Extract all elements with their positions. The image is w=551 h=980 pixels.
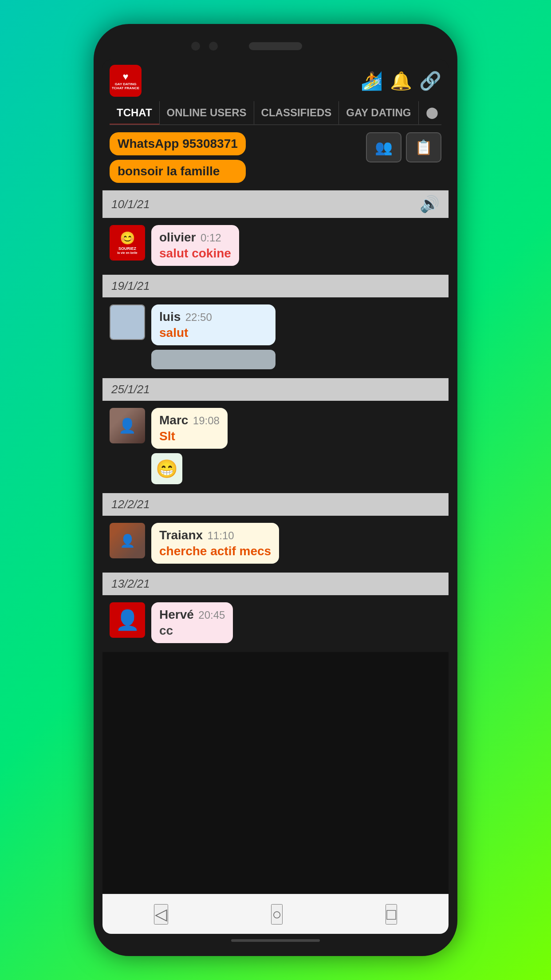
herve-avatar-bg: 👤 xyxy=(110,602,145,638)
date-separator-1: 10/1/21 🔊 xyxy=(102,190,449,218)
bubble-marc: Marc 19:08 Slt xyxy=(151,408,228,449)
bubble-traianx: Traianx 11:10 cherche actif mecs xyxy=(151,523,279,564)
tab-online-users[interactable]: ONLINE USERS xyxy=(160,101,254,124)
back-button[interactable]: ◁ xyxy=(154,904,168,925)
home-indicator xyxy=(231,939,320,942)
username-herve[interactable]: Hervé xyxy=(159,608,194,621)
tab-gay-dating[interactable]: GAY DATING xyxy=(339,101,418,124)
app-header-top: ♥ GAY DATING TCHAT FRANCE 🏄 🔔 🔗 xyxy=(110,65,441,97)
announcement-messages: WhatsApp 95308371 bonsoir la famille xyxy=(110,132,246,183)
phone-bottom-bar xyxy=(102,934,449,947)
emoji-marc: 😁 xyxy=(151,453,182,484)
avatar-luis[interactable] xyxy=(110,304,145,340)
message-block-olivier: 😊 SOURIEZ la vie en belle olivier 0:12 s… xyxy=(102,218,449,275)
time-luis: 22:50 xyxy=(185,311,212,323)
avatar-herve[interactable]: 👤 xyxy=(110,602,145,638)
souriez-label: SOURIEZ xyxy=(118,246,136,251)
herve-avatar-icon: 👤 xyxy=(115,609,140,632)
date-separator-3: 25/1/21 xyxy=(102,378,449,401)
bubble-wrap-olivier: olivier 0:12 salut cokine xyxy=(151,225,239,266)
text-olivier: salut cokine xyxy=(159,246,231,261)
traianx-avatar-photo: 👤 xyxy=(110,523,145,558)
share-icon[interactable]: 🔗 xyxy=(419,71,441,91)
bubble-wrap-traianx: Traianx 11:10 cherche actif mecs xyxy=(151,523,279,564)
time-olivier: 0:12 xyxy=(201,232,221,244)
message-block-luis: luis 22:50 salut xyxy=(102,297,449,378)
group-button[interactable]: 👥 xyxy=(366,132,401,162)
souriez-subtitle: la vie en belle xyxy=(117,251,138,255)
wave-person-icon[interactable]: 🏄 xyxy=(361,71,383,91)
luis-avatar-bg xyxy=(110,305,144,339)
chat-content: WhatsApp 95308371 bonsoir la famille 👥 📋… xyxy=(102,125,449,894)
bubble-wrap-luis: luis 22:50 salut xyxy=(151,304,276,369)
camera-right xyxy=(209,42,218,51)
marc-avatar-icon: 👤 xyxy=(118,417,136,434)
text-herve: cc xyxy=(159,624,225,638)
bottom-nav: ◁ ○ □ xyxy=(102,894,449,934)
app-header: ♥ GAY DATING TCHAT FRANCE 🏄 🔔 🔗 TCHAT ON… xyxy=(102,59,449,125)
phone-frame: ♥ GAY DATING TCHAT FRANCE 🏄 🔔 🔗 TCHAT ON… xyxy=(94,24,457,956)
date-label-4: 12/2/21 xyxy=(111,498,150,511)
text-luis: salut xyxy=(159,326,268,340)
phone-notch xyxy=(102,33,449,59)
text-traianx: cherche actif mecs xyxy=(159,544,271,558)
home-button[interactable]: ○ xyxy=(271,904,283,925)
bubble-header-traianx: Traianx 11:10 xyxy=(159,528,271,542)
bubble-header-herve: Hervé 20:45 xyxy=(159,608,225,622)
message-block-herve: 👤 Hervé 20:45 cc xyxy=(102,595,449,652)
header-icons: 🏄 🔔 🔗 xyxy=(361,71,441,91)
message-block-marc: 👤 Marc 19:08 Slt 😁 xyxy=(102,401,449,493)
smiley-icon: 😊 xyxy=(120,231,135,246)
date-separator-2: 19/1/21 xyxy=(102,275,449,297)
logo-icon: ♥ GAY DATING TCHAT FRANCE xyxy=(110,65,142,97)
avatar-olivier[interactable]: 😊 SOURIEZ la vie en belle xyxy=(110,225,145,261)
tab-tchat[interactable]: TCHAT xyxy=(110,101,160,125)
username-olivier[interactable]: olivier xyxy=(159,230,196,244)
bonsoir-announcement: bonsoir la famille xyxy=(110,160,246,183)
whatsapp-announcement: WhatsApp 95308371 xyxy=(110,132,246,155)
avatar-marc[interactable]: 👤 xyxy=(110,408,145,443)
bubble-wrap-marc: Marc 19:08 Slt 😁 xyxy=(151,408,228,484)
text-marc: Slt xyxy=(159,429,220,443)
date-label-5: 13/2/21 xyxy=(111,577,150,591)
username-marc[interactable]: Marc xyxy=(159,413,188,427)
bubble-herve: Hervé 20:45 cc xyxy=(151,602,233,643)
date-label-1: 10/1/21 xyxy=(111,198,150,211)
announcement-area: WhatsApp 95308371 bonsoir la famille 👥 📋 xyxy=(102,125,449,190)
date-separator-5: 13/2/21 xyxy=(102,573,449,595)
announcement-buttons: 👥 📋 xyxy=(366,132,441,162)
camera-left xyxy=(191,42,200,51)
tab-more[interactable]: ⬤ xyxy=(419,101,441,124)
extra-bubble-luis xyxy=(151,350,276,369)
date-label-2: 19/1/21 xyxy=(111,279,150,293)
username-traianx[interactable]: Traianx xyxy=(159,528,203,542)
date-separator-4: 12/2/21 xyxy=(102,493,449,516)
bubble-olivier: olivier 0:12 salut cokine xyxy=(151,225,239,266)
time-traianx: 11:10 xyxy=(208,530,234,541)
traianx-avatar-icon: 👤 xyxy=(120,533,135,548)
bubble-header-luis: luis 22:50 xyxy=(159,310,268,324)
avatar-traianx[interactable]: 👤 xyxy=(110,523,145,558)
marc-avatar-photo: 👤 xyxy=(110,408,145,443)
bubble-header-olivier: olivier 0:12 xyxy=(159,230,231,245)
message-block-traianx: 👤 Traianx 11:10 cherche actif mecs xyxy=(102,516,449,573)
tab-classifieds[interactable]: CLASSIFIEDS xyxy=(254,101,339,124)
app-logo: ♥ GAY DATING TCHAT FRANCE xyxy=(110,65,142,97)
heart-icon: ♥ xyxy=(122,71,128,83)
time-marc: 19:08 xyxy=(193,415,220,427)
username-luis[interactable]: luis xyxy=(159,310,181,324)
recent-button[interactable]: □ xyxy=(386,904,397,925)
bubble-luis: luis 22:50 salut xyxy=(151,304,276,345)
sound-icon[interactable]: 🔊 xyxy=(420,195,440,213)
list-button[interactable]: 📋 xyxy=(406,132,441,162)
bubble-wrap-herve: Hervé 20:45 cc xyxy=(151,602,233,643)
bubble-header-marc: Marc 19:08 xyxy=(159,413,220,427)
phone-speaker xyxy=(249,42,302,50)
phone-screen: ♥ GAY DATING TCHAT FRANCE 🏄 🔔 🔗 TCHAT ON… xyxy=(102,59,449,934)
souriez-avatar-content: 😊 SOURIEZ la vie en belle xyxy=(110,226,144,260)
logo-subtitle: TCHAT FRANCE xyxy=(112,87,139,91)
time-herve: 20:45 xyxy=(198,609,225,621)
bell-icon[interactable]: 🔔 xyxy=(390,71,412,91)
date-label-3: 25/1/21 xyxy=(111,383,150,396)
nav-tabs: TCHAT ONLINE USERS CLASSIFIEDS GAY DATIN… xyxy=(110,101,441,125)
